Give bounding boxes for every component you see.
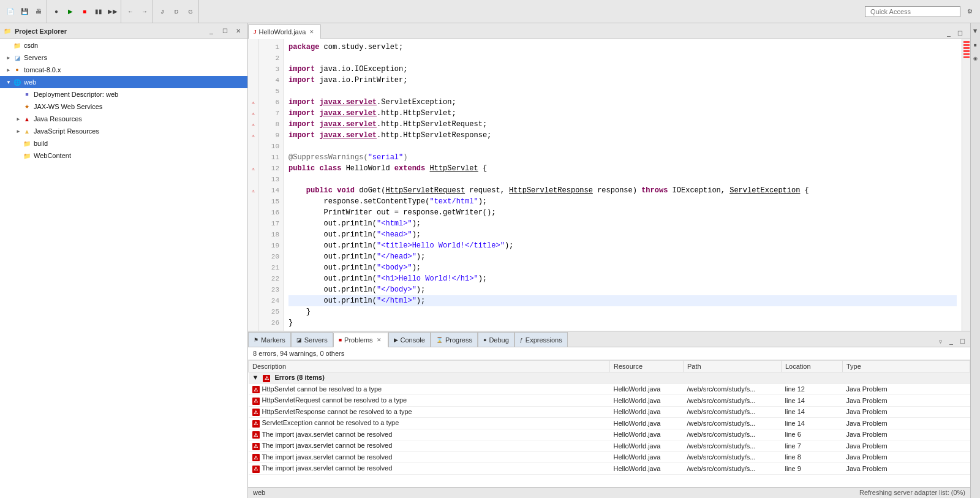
right-sidebar-btn-3[interactable]: ◉ [970,53,981,64]
tab-markers[interactable]: ⚑ Markers [248,332,291,347]
tree-item-build[interactable]: 📁 build [0,137,247,149]
gutter-row-9: ⚠ [248,130,258,141]
tab-problems[interactable]: ■ Problems ✕ [333,333,388,347]
toolbar-btn-pause[interactable]: ▮▮ [92,5,105,18]
error-icon-4: ⚠ [252,420,260,428]
toolbar-btn-forward[interactable]: → [138,5,151,18]
code-line-14: public void doGet(HttpServletRequest req… [288,185,957,196]
error-resource-2: HelloWorld.java [610,395,684,407]
tab-servers[interactable]: ◪ Servers [291,332,333,347]
gutter-row-14: ⚠ [248,185,258,196]
toolbar-btn-resume[interactable]: ▶▶ [106,5,119,18]
errors-group-row[interactable]: ▼ ⚠ Errors (8 items) [249,372,970,384]
web-project-icon: 🌐 [12,77,22,87]
code-content[interactable]: package com.study.servlet; import java.i… [284,39,962,331]
tree-item-webcontent[interactable]: 📁 WebContent [0,149,247,162]
gutter-row-16 [248,207,258,218]
gutter-row-11 [248,152,258,163]
toolbar-btn-git[interactable]: G [184,5,197,18]
tree-item-js-resources[interactable]: ► ▲ JavaScript Resources [0,125,247,137]
gutter-row-18 [248,229,258,240]
toolbar-btn-print[interactable]: 🖶 [32,5,45,18]
error-row-2[interactable]: ⚠HttpServletRequest cannot be resolved t… [249,395,970,407]
line-num-5: 5 [259,86,283,97]
right-sidebar-btn-1[interactable]: ▶ [970,26,981,37]
tree-item-tomcat[interactable]: ► ● tomcat-8.0.x [0,64,247,76]
editor-tab-helloworld[interactable]: J HelloWorld.java ✕ [248,25,321,39]
tab-close-helloworld[interactable]: ✕ [308,28,315,36]
line-num-6: 6 [259,97,283,108]
error-type-6: Java Problem [843,440,970,452]
error-row-1[interactable]: ⚠HttpServlet cannot be resolved to a typ… [249,383,970,395]
tab-label-expressions: Expressions [526,336,562,344]
tab-progress[interactable]: ⌛ Progress [431,332,478,347]
tree-arrow-build [15,140,22,147]
pe-close-btn[interactable]: ✕ [233,26,244,37]
tab-label-helloworld: HelloWorld.java [259,28,306,36]
error-location-6: line 7 [782,440,843,452]
tree-item-deployment[interactable]: ■ Deployment Descriptor: web [0,88,247,100]
toolbar-btn-new[interactable]: 📄 [4,5,17,18]
error-row-8[interactable]: ⚠The import javax.servlet cannot be reso… [249,463,970,475]
error-icon-2: ⚠ [252,398,260,405]
error-row-5[interactable]: ⚠The import javax.servlet cannot be reso… [249,429,970,440]
toolbar-btn-debug[interactable]: ● [50,5,63,18]
tree-item-web[interactable]: ▼ 🌐 web [0,76,247,88]
col-resource: Resource [610,361,684,372]
toolbar-group-right: ⚙ [962,0,978,23]
line-num-20: 20 [259,251,283,262]
code-line-5 [288,86,957,97]
status-left: web [253,489,859,496]
toolbar-btn-settings[interactable]: ⚙ [963,5,976,18]
code-line-3: import java.io.IOException; [288,64,957,75]
error-location-5: line 6 [782,429,843,440]
editor-area: J HelloWorld.java ✕ ⎯ ☐ ⚠ [248,23,970,331]
error-row-4[interactable]: ⚠ServletException cannot be resolved to … [249,418,970,429]
tab-debug[interactable]: ● Debug [478,332,514,347]
error-desc-5: ⚠The import javax.servlet cannot be reso… [249,429,610,440]
pe-maximize-btn[interactable]: ☐ [219,26,230,37]
error-path-4: /web/src/com/study/s... [684,418,782,429]
toolbar-btn-java[interactable]: J [156,5,169,18]
toolbar-btn-debug2[interactable]: D [170,5,183,18]
error-desc-6: ⚠The import javax.servlet cannot be reso… [249,440,610,452]
error-row-3[interactable]: ⚠HttpServletResponse cannot be resolved … [249,406,970,418]
editor-maximize-btn[interactable]: ☐ [954,28,965,39]
line-num-23: 23 [259,284,283,295]
tab-console[interactable]: ▶ Console [388,332,431,347]
toolbar-group-debug: ● ▶ ■ ▮▮ ▶▶ [48,0,121,23]
gutter-row-4 [248,75,258,86]
quick-access-input[interactable]: Quick Access [865,6,960,17]
bottom-minimize-btn[interactable]: ⎯ [946,336,957,347]
tab-close-problems[interactable]: ✕ [375,336,383,344]
line-num-18: 18 [259,229,283,240]
toolbar-btn-back[interactable]: ← [124,5,137,18]
tab-expressions[interactable]: ƒ Expressions [514,332,568,347]
bottom-maximize-btn[interactable]: ☐ [957,336,968,347]
tab-icon-problems: ■ [339,337,342,343]
tab-label-markers: Markers [261,336,285,344]
tree-item-java-resources[interactable]: ► ▲ Java Resources [0,113,247,125]
code-line-8: import javax.servlet.http.HttpServletReq… [288,119,957,130]
editor-minimize-btn[interactable]: ⎯ [943,28,954,39]
error-row-7[interactable]: ⚠The import javax.servlet cannot be reso… [249,451,970,463]
bottom-menu-btn[interactable]: ▿ [935,336,946,347]
toolbar-btn-stop[interactable]: ■ [78,5,91,18]
gutter-row-17 [248,218,258,229]
toolbar-btn-run[interactable]: ▶ [64,5,77,18]
gutter-row-3 [248,64,258,75]
server-icon-servers: ◪ [12,53,22,62]
gutter-row-23 [248,284,258,295]
error-path-1: /web/src/com/study/s... [684,383,782,395]
error-desc-4: ⚠ServletException cannot be resolved to … [249,418,610,429]
tree-item-jaxws[interactable]: ★ JAX-WS Web Services [0,100,247,113]
pe-minimize-btn[interactable]: ⎯ [206,26,217,37]
tree-item-csdn[interactable]: 📁 csdn [0,39,247,51]
error-row-6[interactable]: ⚠The import javax.servlet cannot be reso… [249,440,970,452]
error-resource-5: HelloWorld.java [610,429,684,440]
right-sidebar-btn-2[interactable]: ■ [970,39,981,50]
line-num-10: 10 [259,141,283,152]
toolbar-btn-save[interactable]: 💾 [18,5,31,18]
tree-arrow-js-resources: ► [15,127,22,135]
tree-item-servers[interactable]: ► ◪ Servers [0,51,247,64]
